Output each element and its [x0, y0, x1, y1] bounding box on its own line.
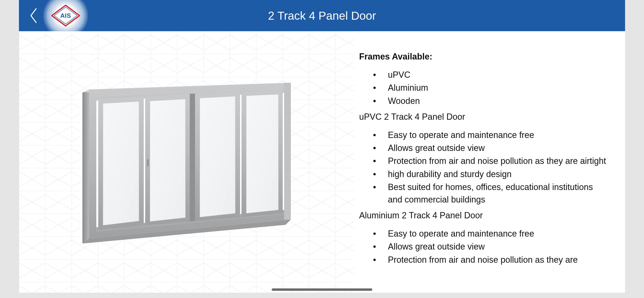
brand-logo-text: AIS: [60, 12, 71, 20]
svg-marker-14: [190, 94, 195, 221]
variant-aluminium-benefits: Easy to operate and maintenance free All…: [359, 227, 608, 266]
product-visual: [19, 31, 354, 293]
product-details: Frames Available: uPVC Aluminium Wooden …: [354, 31, 625, 293]
svg-marker-19: [284, 83, 291, 220]
chevron-left-icon: [29, 7, 38, 24]
list-item: high durability and sturdy design: [386, 168, 608, 181]
svg-marker-10: [103, 101, 139, 225]
sliding-door-illustration: [75, 76, 298, 248]
list-item: Aluminium: [386, 82, 608, 94]
frame-options-list: uPVC Aluminium Wooden: [359, 69, 608, 107]
list-item: Protection from air and noise pollution …: [386, 155, 608, 167]
brand-logo: AIS: [48, 0, 84, 31]
list-item: Easy to operate and maintenance free: [386, 129, 608, 141]
content-area: Frames Available: uPVC Aluminium Wooden …: [19, 31, 625, 293]
page-title: 2 Track 4 Panel Door: [19, 9, 625, 22]
header-bar: AIS 2 Track 4 Panel Door: [19, 0, 625, 31]
variant-upvc-benefits: Easy to operate and maintenance free All…: [359, 129, 608, 206]
svg-marker-16: [200, 96, 235, 217]
home-indicator[interactable]: [272, 288, 372, 291]
list-item: uPVC: [386, 69, 608, 81]
list-item: Best suited for homes, offices, educatio…: [386, 181, 608, 206]
variant-heading-aluminium: Aluminium 2 Track 4 Panel Door: [359, 209, 608, 222]
svg-marker-12: [150, 99, 186, 221]
list-item: Easy to operate and maintenance free: [386, 227, 608, 240]
svg-marker-2: [82, 89, 89, 244]
list-item: Allows great outside view: [386, 240, 608, 253]
list-item: Protection from air and noise pollution …: [386, 254, 608, 266]
variant-heading-upvc: uPVC 2 Track 4 Panel Door: [359, 111, 608, 123]
frames-available-heading: Frames Available:: [359, 50, 608, 63]
list-item: Wooden: [386, 95, 608, 107]
svg-rect-13: [147, 159, 148, 166]
list-item: Allows great outside view: [386, 142, 608, 154]
svg-marker-18: [246, 94, 278, 213]
app-frame: AIS 2 Track 4 Panel Door: [19, 0, 625, 293]
